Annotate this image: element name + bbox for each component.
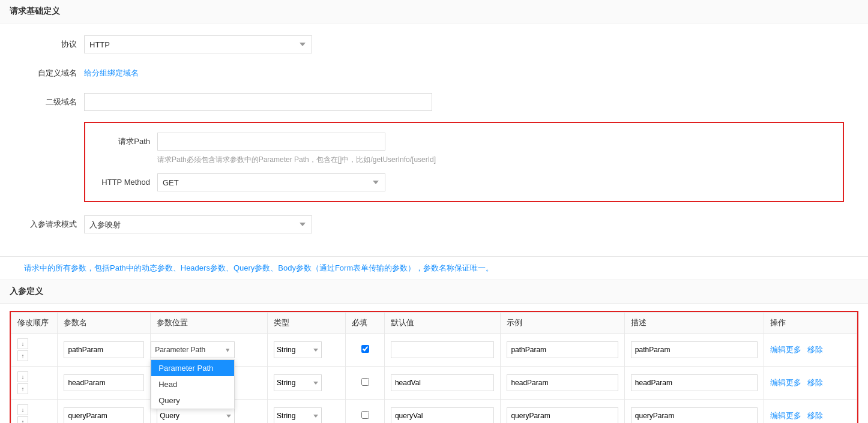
param-section-title: 入参定义	[10, 286, 43, 296]
position-select-3[interactable]: Parameter Path Head Query	[157, 407, 235, 423]
form-row-custom-domain: 自定义域名 给分组绑定域名	[24, 64, 844, 82]
default-input-3[interactable]	[391, 407, 495, 423]
required-checkbox-1[interactable]	[361, 345, 369, 353]
default-input-2[interactable]	[391, 374, 495, 391]
col-header-name: 参数名	[58, 313, 151, 334]
form-row-protocol: 协议 HTTP HTTPS HTTP&HTTPS	[24, 35, 844, 53]
position-dropdown-container-1: Parameter Path ▼ Parameter Path Head Que…	[151, 341, 235, 358]
name-input-1[interactable]	[64, 341, 144, 358]
col-header-order: 修改顺序	[11, 313, 58, 334]
cell-desc-2	[624, 367, 764, 400]
position-select-1[interactable]: Parameter Path ▼	[151, 341, 235, 358]
sort-down-btn-3[interactable]: ↓	[17, 404, 28, 415]
table-row: ↓ ↑ Parameter Path Head Query	[11, 367, 857, 400]
custom-domain-content: 给分组绑定域名	[84, 64, 844, 82]
cell-default-2	[384, 367, 501, 400]
form-section: 协议 HTTP HTTPS HTTP&HTTPS 自定义域名 给分组绑定域名 二…	[0, 23, 868, 256]
second-domain-label: 二级域名	[24, 93, 84, 111]
type-select-1[interactable]: String Integer Long Float Double Boolean	[274, 341, 322, 358]
dropdown-option-query[interactable]: Query	[151, 392, 234, 409]
cell-name-2	[58, 367, 151, 400]
protocol-label: 协议	[24, 35, 84, 53]
default-input-1[interactable]	[391, 341, 495, 358]
table-row: ↓ ↑ Parameter Path Head Query	[11, 400, 857, 424]
position-dropdown-menu-1: Parameter Path Head Query	[151, 359, 235, 409]
red-border-box: 请求Path /LsqApiGet/[pathParam] 请求Path必须包含…	[84, 122, 844, 202]
example-input-2[interactable]	[507, 374, 618, 391]
red-box-content: 请求Path /LsqApiGet/[pathParam] 请求Path必须包含…	[84, 122, 844, 205]
remove-link-1[interactable]: 移除	[807, 345, 823, 354]
col-header-position: 参数位置	[151, 313, 268, 334]
remove-link-3[interactable]: 移除	[807, 411, 823, 420]
protocol-content: HTTP HTTPS HTTP&HTTPS	[84, 35, 844, 53]
name-input-2[interactable]	[64, 374, 144, 391]
param-section-header: 入参定义	[0, 280, 868, 304]
sort-btns-1: ↓ ↑	[17, 338, 51, 361]
param-mode-select[interactable]: 入参映射 入参透传	[84, 215, 312, 233]
method-label: HTTP Method	[97, 173, 157, 191]
param-table-wrapper: 修改顺序 参数名 参数位置 类型 必填 默认值 示例 描述 操作	[0, 304, 868, 423]
cell-default-3	[384, 400, 501, 424]
dropdown-option-param-path[interactable]: Parameter Path	[151, 360, 234, 376]
section-header-request: 请求基础定义	[0, 0, 868, 23]
cell-action-2: 编辑更多 移除	[764, 367, 857, 400]
cell-name-3	[58, 400, 151, 424]
required-checkbox-3[interactable]	[361, 411, 369, 419]
cell-action-1: 编辑更多 移除	[764, 334, 857, 367]
edit-link-3[interactable]: 编辑更多	[770, 411, 801, 420]
type-select-2[interactable]: String Integer Long Float Double Boolean	[274, 374, 322, 391]
edit-link-2[interactable]: 编辑更多	[770, 378, 801, 387]
notice-bar: 请求中的所有参数，包括Path中的动态参数、Headers参数、Query参数、…	[0, 256, 868, 280]
cell-order-1: ↓ ↑	[11, 334, 58, 367]
path-input[interactable]: /LsqApiGet/[pathParam]	[157, 133, 385, 151]
cell-desc-1	[624, 334, 764, 367]
path-content: /LsqApiGet/[pathParam] 请求Path必须包含请求参数中的P…	[157, 133, 436, 165]
sort-up-btn-2[interactable]: ↑	[17, 383, 28, 394]
cell-desc-3	[624, 400, 764, 424]
cell-action-3: 编辑更多 移除	[764, 400, 857, 424]
col-header-type: 类型	[268, 313, 346, 334]
desc-input-1[interactable]	[631, 341, 758, 358]
example-input-1[interactable]	[507, 341, 618, 358]
required-checkbox-2[interactable]	[361, 378, 369, 386]
sort-down-btn-2[interactable]: ↓	[17, 371, 28, 382]
cell-type-2: String Integer Long Float Double Boolean	[268, 367, 346, 400]
custom-domain-label: 自定义域名	[24, 64, 84, 82]
desc-input-3[interactable]	[631, 407, 758, 423]
position-value-1: Parameter Path	[155, 346, 225, 354]
inner-row-method: HTTP Method GET POST PUT DELETE HEAD PAT…	[97, 173, 831, 191]
custom-domain-link[interactable]: 给分组绑定域名	[84, 68, 139, 77]
cell-example-1	[501, 334, 624, 367]
notice-text: 请求中的所有参数，包括Path中的动态参数、Headers参数、Query参数、…	[24, 263, 493, 272]
type-select-3[interactable]: String Integer Long Float Double Boolean	[274, 407, 322, 423]
form-row-param-mode: 入参请求模式 入参映射 入参透传	[24, 215, 844, 233]
form-row-second-domain: 二级域名 66bc382db8344b3b93056c696fab49a8-cn…	[24, 93, 844, 111]
col-header-required: 必填	[346, 313, 385, 334]
table-header-row: 修改顺序 参数名 参数位置 类型 必填 默认值 示例 描述 操作	[11, 313, 857, 334]
example-input-3[interactable]	[507, 407, 618, 423]
sort-btns-3: ↓ ↑	[17, 404, 51, 423]
second-domain-input[interactable]: 66bc382db8344b3b93056c696fab49a8-cn-hang…	[84, 93, 432, 111]
edit-link-1[interactable]: 编辑更多	[770, 345, 801, 354]
sort-up-btn-3[interactable]: ↑	[17, 416, 28, 423]
desc-input-2[interactable]	[631, 374, 758, 391]
remove-link-2[interactable]: 移除	[807, 378, 823, 387]
second-domain-content: 66bc382db8344b3b93056c696fab49a8-cn-hang…	[84, 93, 844, 111]
cell-order-3: ↓ ↑	[11, 400, 58, 424]
col-header-default: 默认值	[384, 313, 501, 334]
name-input-3[interactable]	[64, 407, 144, 423]
protocol-select[interactable]: HTTP HTTPS HTTP&HTTPS	[84, 35, 312, 53]
method-select[interactable]: GET POST PUT DELETE HEAD PATCH	[157, 173, 385, 191]
cell-required-2	[346, 367, 385, 400]
param-mode-content: 入参映射 入参透传	[84, 215, 844, 233]
path-label: 请求Path	[97, 133, 157, 151]
col-header-action: 操作	[764, 313, 857, 334]
dropdown-option-head[interactable]: Head	[151, 376, 234, 392]
cell-required-3	[346, 400, 385, 424]
col-header-example: 示例	[501, 313, 624, 334]
param-table: 修改顺序 参数名 参数位置 类型 必填 默认值 示例 描述 操作	[11, 312, 857, 423]
cell-order-2: ↓ ↑	[11, 367, 58, 400]
form-row-red-box: 请求Path /LsqApiGet/[pathParam] 请求Path必须包含…	[24, 122, 844, 205]
sort-up-btn-1[interactable]: ↑	[17, 350, 28, 361]
sort-down-btn-1[interactable]: ↓	[17, 338, 28, 349]
